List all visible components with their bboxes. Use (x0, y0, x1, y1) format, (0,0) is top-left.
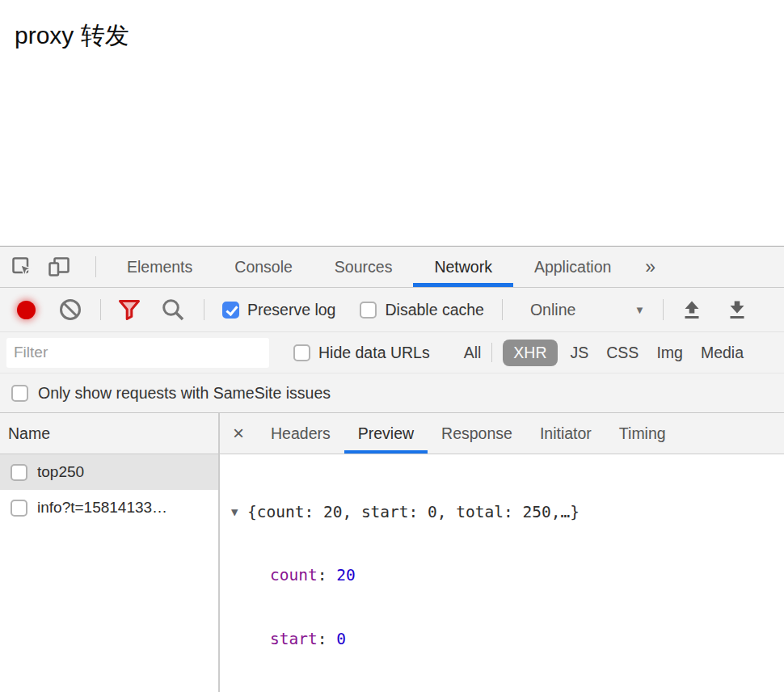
type-filter-js[interactable]: JS (571, 344, 589, 362)
tab-elements[interactable]: Elements (106, 247, 213, 287)
clear-requests-button[interactable] (58, 297, 82, 322)
tab-console[interactable]: Console (213, 247, 314, 287)
network-filter-row: Hide data URLs All XHR JS CSS Img Media (0, 332, 784, 373)
toolbar-separator (491, 343, 492, 362)
export-har-button[interactable] (725, 297, 749, 322)
preserve-log-toggle[interactable]: Preserve log (222, 301, 335, 319)
browser-page: proxy 转发 (0, 0, 784, 53)
type-filter-xhr[interactable]: XHR (503, 340, 557, 366)
type-filter-media[interactable]: Media (701, 344, 744, 362)
detail-tab-response[interactable]: Response (428, 413, 526, 454)
type-filter-img[interactable]: Img (656, 344, 683, 362)
json-property-row: total : 250 (231, 690, 784, 692)
record-button[interactable] (17, 301, 36, 319)
json-root-summary: {count: 20, start: 0, total: 250,…} (247, 503, 580, 521)
disable-cache-label: Disable cache (385, 301, 483, 319)
request-row-checkbox[interactable] (11, 464, 27, 481)
samesite-label: Only show requests with SameSite issues (38, 384, 331, 403)
search-button[interactable] (160, 297, 186, 323)
json-key: count (270, 566, 318, 584)
requests-pane: Name top250 info?t=15814133… (0, 413, 220, 692)
close-icon[interactable]: × (233, 424, 244, 443)
disable-cache-toggle[interactable]: Disable cache (360, 301, 483, 319)
json-root-row: ▼ {count: 20, start: 0, total: 250,…} (231, 499, 784, 525)
hide-data-urls-label: Hide data URLs (318, 344, 430, 362)
samesite-row: Only show requests with SameSite issues (0, 373, 784, 413)
preserve-log-checkbox[interactable] (222, 302, 239, 319)
detail-tab-initiator[interactable]: Initiator (526, 413, 605, 454)
triangle-expanded-icon[interactable]: ▼ (231, 505, 247, 518)
toolbar-separator (204, 299, 204, 320)
device-toolbar-button[interactable] (45, 253, 73, 281)
main-tabs: Elements Console Sources Network Applica… (106, 247, 668, 287)
toolbar-separator (502, 299, 503, 320)
hide-data-urls-toggle[interactable]: Hide data URLs (293, 344, 430, 362)
json-number-value: 0 (336, 630, 346, 648)
request-name: top250 (37, 463, 84, 481)
throttling-value: Online (530, 301, 575, 319)
disable-cache-checkbox[interactable] (360, 302, 377, 319)
clear-icon (58, 297, 82, 322)
device-toolbar-icon (47, 255, 71, 278)
upload-icon (680, 297, 704, 322)
toolbar-separator (663, 299, 664, 320)
network-toolbar: Preserve log Disable cache Online ▼ (0, 288, 784, 332)
tab-network[interactable]: Network (413, 247, 513, 287)
search-icon (160, 297, 186, 323)
samesite-checkbox[interactable] (11, 385, 28, 402)
page-title: proxy 转发 (0, 0, 784, 53)
hide-data-urls-checkbox[interactable] (293, 344, 310, 361)
type-filter-all[interactable]: All (464, 344, 482, 362)
json-property-row: count : 20 (231, 563, 784, 589)
import-har-button[interactable] (680, 297, 704, 322)
request-row-checkbox[interactable] (11, 500, 27, 517)
request-name: info?t=15814133… (37, 499, 167, 517)
toolbar-separator (95, 256, 96, 277)
json-key: start (270, 630, 318, 648)
tab-application[interactable]: Application (513, 247, 632, 287)
detail-tabbar: × Headers Preview Response Initiator Tim… (220, 413, 784, 454)
chevron-down-icon: ▼ (634, 304, 645, 316)
devtools-panel: Elements Console Sources Network Applica… (0, 246, 784, 692)
filter-funnel-icon (116, 297, 142, 323)
request-row-info[interactable]: info?t=15814133… (0, 490, 218, 525)
filter-input[interactable] (6, 338, 269, 368)
json-preview: ▼ {count: 20, start: 0, total: 250,…} co… (220, 454, 784, 692)
toolbar-separator (100, 299, 101, 320)
type-filter-css[interactable]: CSS (606, 344, 639, 362)
json-number-value: 20 (336, 566, 355, 584)
request-row-top250[interactable]: top250 (0, 454, 218, 490)
preserve-log-label: Preserve log (247, 301, 335, 319)
inspect-cursor-icon (11, 255, 33, 278)
detail-tab-preview[interactable]: Preview (344, 413, 428, 454)
detail-tab-headers[interactable]: Headers (257, 413, 344, 454)
request-detail-pane: × Headers Preview Response Initiator Tim… (220, 413, 784, 692)
filter-toggle-button[interactable] (116, 297, 142, 323)
json-property-row: start : 0 (231, 626, 784, 652)
inspect-element-button[interactable] (8, 253, 36, 281)
throttling-select[interactable]: Online ▼ (530, 301, 645, 319)
network-split-view: Name top250 info?t=15814133… × Headers P… (0, 413, 784, 692)
requests-name-header[interactable]: Name (0, 413, 218, 454)
more-tabs-button[interactable]: » (632, 247, 668, 287)
download-icon (725, 297, 749, 322)
devtools-main-tabbar: Elements Console Sources Network Applica… (0, 247, 784, 288)
tab-sources[interactable]: Sources (314, 247, 414, 287)
detail-tab-timing[interactable]: Timing (605, 413, 680, 454)
